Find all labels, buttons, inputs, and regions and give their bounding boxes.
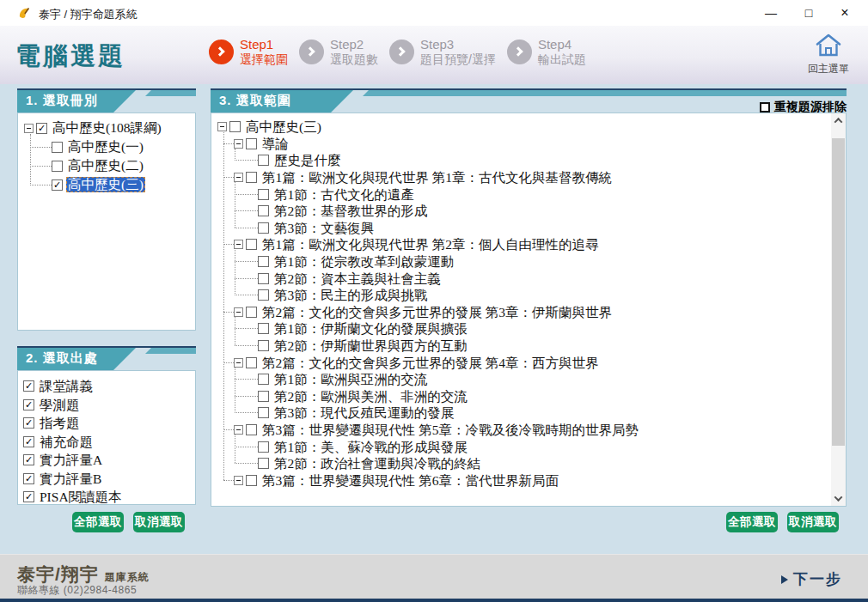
tree-item[interactable]: 第1節：歐洲與亞洲的交流 (240, 371, 822, 388)
books-select-all-button[interactable]: 全部選取 (72, 512, 124, 532)
checkbox[interactable] (246, 424, 257, 435)
tree-item[interactable]: 高中歷史(三) (217, 119, 822, 136)
scrollbar-up-button[interactable] (831, 113, 846, 128)
checkbox[interactable] (258, 273, 269, 284)
collapse-expander-icon[interactable] (234, 476, 243, 485)
collapse-expander-icon[interactable] (234, 139, 243, 149)
tree-item[interactable]: 第3節：現代反殖民運動的發展 (240, 404, 822, 422)
tree-item[interactable]: 歷史是什麼 (240, 152, 822, 169)
tree-item[interactable]: ✓高中歷史(三) (35, 175, 192, 194)
checkbox[interactable]: ✓ (23, 399, 34, 410)
tree-item[interactable]: 第3篇：世界變遷與現代性 第5章：冷戰及後冷戰時期的世界局勢 (229, 422, 822, 439)
step-step3[interactable]: Step3題目預覽/選擇 (389, 37, 496, 67)
checkbox[interactable] (246, 357, 257, 368)
collapse-expander-icon[interactable] (217, 122, 227, 131)
checkbox[interactable] (258, 289, 269, 301)
checkbox[interactable] (246, 307, 257, 318)
tree-item[interactable]: 第3節：文藝復興 (240, 220, 822, 237)
collapse-expander-icon[interactable] (234, 240, 243, 249)
scope-scrollbar[interactable] (831, 113, 846, 506)
checkbox[interactable] (258, 189, 269, 200)
source-option[interactable]: ✓實力評量B (23, 470, 190, 489)
checkbox[interactable] (246, 138, 257, 149)
collapse-expander-icon[interactable] (234, 425, 243, 435)
source-option[interactable]: ✓指考題 (23, 414, 190, 433)
dedupe-checkbox[interactable] (760, 102, 770, 112)
tree-item[interactable]: 第2篇：文化的交會與多元世界的發展 第4章：西方與世界 (229, 354, 822, 371)
tree-item[interactable]: 第1篇：歐洲文化與現代世界 第2章：個人自由理性的追尋 (229, 236, 822, 253)
tree-item[interactable]: 高中歷史(一) (35, 137, 192, 156)
checkbox[interactable]: ✓ (23, 417, 34, 429)
tree-item[interactable]: 第3節：民主的形成與挑戰 (240, 287, 822, 304)
checkbox[interactable] (258, 391, 269, 402)
books-deselect-button[interactable]: 取消選取 (133, 512, 185, 532)
tree-item[interactable]: 第1節：伊斯蘭文化的發展與擴張 (240, 320, 822, 337)
scope-deselect-button[interactable]: 取消選取 (787, 512, 839, 532)
checkbox[interactable] (258, 155, 269, 166)
tree-connector (235, 261, 258, 262)
checkbox[interactable] (246, 475, 257, 486)
tree-connector (223, 480, 234, 481)
source-option[interactable]: ✓學測題 (23, 396, 190, 415)
play-triangle-icon (781, 575, 788, 584)
checkbox[interactable]: ✓ (23, 491, 34, 502)
checkbox[interactable]: ✓ (36, 123, 47, 134)
maximize-button[interactable]: □ (794, 0, 823, 26)
checkbox[interactable] (246, 172, 257, 183)
checkbox[interactable] (258, 407, 269, 418)
tree-item[interactable]: 第2篇：文化的交會與多元世界的發展 第3章：伊斯蘭與世界 (229, 304, 822, 321)
checkbox[interactable] (229, 121, 241, 132)
checkbox[interactable]: ✓ (52, 179, 63, 191)
collapse-expander-icon[interactable] (234, 307, 243, 317)
tree-item[interactable]: 第1節：從宗教改革到啟蒙運動 (240, 253, 822, 271)
checkbox[interactable]: ✓ (23, 473, 34, 484)
scope-tree-panel: 高中歷史(三)導論歷史是什麼第1篇：歐洲文化與現代世界 第1章：古代文化與基督教… (211, 112, 847, 507)
collapse-expander-icon[interactable] (234, 358, 243, 368)
checkbox[interactable] (246, 239, 257, 250)
scrollbar-down-button[interactable] (831, 491, 846, 506)
checkbox[interactable] (258, 323, 269, 334)
source-option[interactable]: ✓實力評量A (23, 451, 190, 470)
collapse-expander-icon[interactable] (234, 173, 243, 182)
tree-item[interactable]: 第2節：資本主義與社會主義 (240, 270, 822, 287)
source-option[interactable]: ✓補充命題 (23, 433, 190, 452)
source-option[interactable]: ✓課堂講義 (23, 377, 190, 396)
tree-item[interactable]: 第1篇：歐洲文化與現代世界 第1章：古代文化與基督教傳統 (229, 169, 822, 186)
tree-item[interactable]: 第2節：伊斯蘭世界與西方的互動 (240, 337, 822, 355)
tree-item[interactable]: 第1節：美、蘇冷戰的形成與發展 (240, 438, 822, 455)
home-button[interactable]: 回主選單 (806, 33, 851, 76)
checkbox[interactable] (258, 374, 269, 385)
step-step1[interactable]: Step1選擇範圍 (209, 37, 288, 67)
collapse-expander-icon[interactable] (24, 124, 34, 133)
step-step2[interactable]: Step2選取題數 (299, 37, 378, 67)
next-step-button[interactable]: 下一步 (781, 569, 842, 589)
tree-item[interactable]: ✓高中歷史(108課綱) (24, 119, 192, 137)
tree-item[interactable]: 導論 (229, 136, 822, 153)
checkbox[interactable] (52, 161, 63, 172)
tree-item[interactable]: 第1節：古代文化的遺產 (240, 185, 822, 203)
checkbox[interactable] (258, 205, 269, 216)
checkbox[interactable]: ✓ (23, 454, 34, 465)
tree-item[interactable]: 高中歷史(二) (35, 156, 192, 175)
panel1-title-tab: 1. 選取冊別 (17, 88, 138, 112)
chevron-up-icon (834, 118, 843, 126)
checkbox[interactable] (258, 256, 269, 267)
checkbox[interactable] (258, 441, 269, 453)
checkbox[interactable]: ✓ (23, 380, 34, 392)
scrollbar-thumb[interactable] (832, 138, 845, 446)
close-button[interactable]: × (830, 0, 859, 26)
step-step4[interactable]: Step4輸出試題 (507, 37, 586, 67)
minimize-button[interactable]: — (756, 0, 785, 26)
content-area: 1. 選取冊別 ✓高中歷史(108課綱)高中歷史(一)高中歷史(二)✓高中歷史(… (0, 84, 868, 554)
tree-item[interactable]: 第3篇：世界變遷與現代性 第6章：當代世界新局面 (229, 471, 822, 489)
tree-item[interactable]: 第2節：政治社會運動與冷戰的終結 (240, 455, 822, 472)
source-option[interactable]: ✓PISA閱讀題本 (23, 488, 190, 505)
scope-select-all-button[interactable]: 全部選取 (726, 512, 778, 532)
checkbox[interactable] (52, 142, 63, 153)
tree-item[interactable]: 第2節：歐洲與美洲、非洲的交流 (240, 388, 822, 405)
checkbox[interactable]: ✓ (23, 436, 34, 447)
checkbox[interactable] (258, 340, 269, 351)
checkbox[interactable] (258, 222, 269, 234)
checkbox[interactable] (258, 458, 269, 469)
tree-item[interactable]: 第2節：基督教世界的形成 (240, 203, 822, 220)
